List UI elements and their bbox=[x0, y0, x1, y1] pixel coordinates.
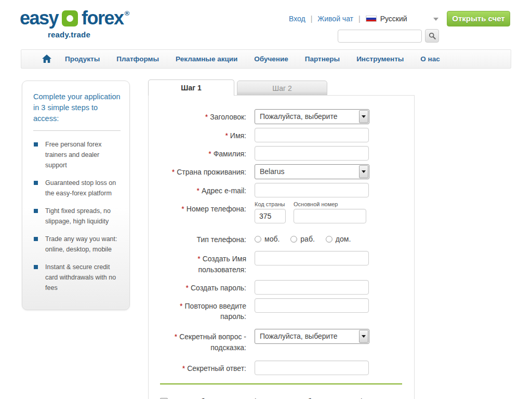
list-item: Guaranteed stop loss on the easy-forex p… bbox=[33, 178, 121, 198]
main-navigation: Продукты Платформы Рекламные акции Обуче… bbox=[21, 49, 511, 69]
label-text: Страна проживания: bbox=[177, 168, 246, 176]
field-label: *Создать пароль: bbox=[158, 280, 246, 293]
label-text: Секретный ответ: bbox=[187, 364, 246, 373]
logo-green-square-icon bbox=[62, 10, 78, 26]
list-item: Trade any way you want: online, desktop,… bbox=[33, 234, 121, 255]
registration-form: *Заголовок: Пожалуйста, выберите *Имя: *… bbox=[148, 95, 415, 399]
nav-item-partners[interactable]: Партнеры bbox=[305, 55, 340, 63]
phone-code-group: Код страны bbox=[255, 201, 286, 223]
select-arrow-button bbox=[359, 330, 368, 343]
radio-label: раб. bbox=[300, 235, 314, 243]
divider bbox=[33, 130, 121, 131]
required-marker: * bbox=[205, 113, 208, 121]
green-divider bbox=[160, 383, 402, 384]
phone-code-input[interactable] bbox=[255, 209, 286, 223]
phone-number-input[interactable] bbox=[294, 209, 366, 223]
bullet-square-icon bbox=[34, 209, 38, 213]
nav-item-platforms[interactable]: Платформы bbox=[116, 55, 159, 63]
radio-label: моб. bbox=[264, 235, 280, 243]
last-name-input[interactable] bbox=[255, 146, 369, 161]
field-label: *Фамилия: bbox=[158, 146, 246, 159]
select-value: Пожалуйста, выберите bbox=[255, 110, 357, 124]
first-name-input[interactable] bbox=[255, 128, 369, 142]
logo-word-forex: forex bbox=[82, 7, 124, 29]
nav-item-education[interactable]: Обучение bbox=[254, 55, 288, 63]
chevron-down-icon bbox=[362, 170, 366, 173]
secret-answer-input[interactable] bbox=[255, 361, 369, 375]
chevron-down-icon[interactable] bbox=[433, 18, 438, 21]
required-marker: * bbox=[175, 332, 177, 341]
login-link[interactable]: Вход bbox=[289, 15, 305, 23]
chevron-down-icon bbox=[362, 115, 366, 118]
list-item: Tight fixed spreads, no slippage, high l… bbox=[33, 206, 121, 227]
username-input[interactable] bbox=[255, 251, 369, 265]
label-text: Тип телефона: bbox=[197, 235, 246, 244]
country-select[interactable]: Belarus bbox=[255, 164, 369, 179]
field-row-country: *Страна проживания: Belarus bbox=[158, 164, 414, 179]
field-row-secret-answer: *Секретный ответ: bbox=[158, 361, 414, 375]
required-marker: * bbox=[225, 131, 228, 140]
benefit-text: Free personal forex trainers and dealer … bbox=[45, 141, 101, 169]
nav-home[interactable] bbox=[42, 55, 51, 63]
required-marker: * bbox=[208, 150, 211, 158]
required-marker: * bbox=[197, 255, 200, 263]
tab-step-1[interactable]: Шаг 1 bbox=[148, 79, 234, 96]
field-label: *Страна проживания: bbox=[158, 164, 246, 177]
label-text: Секретный вопрос - подсказка: bbox=[179, 332, 246, 351]
select-value: Пожалуйста, выберите bbox=[255, 329, 357, 343]
phone-code-label: Код страны bbox=[255, 201, 286, 207]
search-button[interactable] bbox=[425, 29, 439, 43]
list-item: Free personal forex trainers and dealer … bbox=[33, 139, 121, 170]
nav-item-promotions[interactable]: Рекламные акции bbox=[176, 55, 237, 63]
radio-icon bbox=[290, 236, 297, 243]
logo-tagline: ready.trade bbox=[48, 30, 128, 39]
nav-item-tools[interactable]: Инструменты bbox=[356, 55, 404, 63]
phone-type-work-radio[interactable]: раб. bbox=[290, 235, 314, 243]
phone-type-home-radio[interactable]: дом. bbox=[326, 235, 351, 243]
tab-step-2[interactable]: Шаг 2 bbox=[237, 81, 327, 96]
russian-flag-icon bbox=[366, 16, 377, 22]
field-row-first-name: *Имя: bbox=[158, 128, 414, 142]
password-input[interactable] bbox=[255, 280, 369, 295]
label-text: Имя: bbox=[230, 131, 246, 140]
field-row-last-name: *Фамилия: bbox=[158, 146, 414, 161]
benefit-text: Guaranteed stop loss on the easy-forex p… bbox=[45, 179, 116, 197]
phone-number-label: Основной номер bbox=[294, 201, 366, 207]
field-label: Тип телефона: bbox=[158, 232, 246, 245]
label-text: Создать пароль: bbox=[191, 284, 246, 292]
home-icon bbox=[42, 55, 51, 63]
required-marker: * bbox=[172, 168, 175, 176]
field-label: *Адрес e-mail: bbox=[158, 183, 246, 196]
phone-type-mobile-radio[interactable]: моб. bbox=[255, 235, 280, 243]
open-account-button[interactable]: Открыть счет bbox=[447, 11, 510, 26]
required-marker: * bbox=[197, 187, 200, 195]
radio-label: дом. bbox=[336, 235, 351, 243]
benefit-text: Tight fixed spreads, no slippage, high l… bbox=[45, 207, 111, 225]
nav-item-products[interactable]: Продукты bbox=[65, 55, 100, 63]
live-chat-link[interactable]: Живой чат bbox=[317, 15, 353, 23]
required-marker: * bbox=[180, 302, 182, 310]
benefits-title: Complete your application in 3 simple st… bbox=[33, 91, 121, 124]
separator: | bbox=[358, 15, 361, 23]
language-selector[interactable]: Русский bbox=[366, 15, 407, 23]
label-text: Номер телефона: bbox=[187, 205, 246, 213]
password-retype-input[interactable] bbox=[255, 298, 369, 313]
search-input[interactable] bbox=[338, 30, 422, 43]
logo-word-easy: easy bbox=[20, 7, 58, 29]
field-label: *Секретный вопрос - подсказка: bbox=[158, 329, 246, 353]
search-icon bbox=[429, 32, 436, 39]
language-label: Русский bbox=[380, 15, 407, 23]
field-label: *Повторно введите пароль: bbox=[158, 298, 246, 322]
radio-icon bbox=[326, 236, 332, 243]
select-arrow-button bbox=[359, 165, 368, 178]
chevron-down-icon bbox=[362, 335, 366, 338]
phone-number-group: Основной номер bbox=[294, 201, 366, 223]
email-input[interactable] bbox=[255, 183, 369, 197]
secret-question-select[interactable]: Пожалуйста, выберите bbox=[255, 329, 369, 344]
bullet-square-icon bbox=[34, 142, 38, 147]
header-links: Вход | Живой чат | Русский bbox=[289, 15, 407, 23]
label-text: Фамилия: bbox=[214, 150, 246, 158]
nav-item-about[interactable]: О нас bbox=[420, 55, 440, 63]
title-select[interactable]: Пожалуйста, выберите bbox=[255, 109, 369, 124]
field-row-phone: *Номер телефона: Код страны Основной ном… bbox=[158, 201, 414, 228]
